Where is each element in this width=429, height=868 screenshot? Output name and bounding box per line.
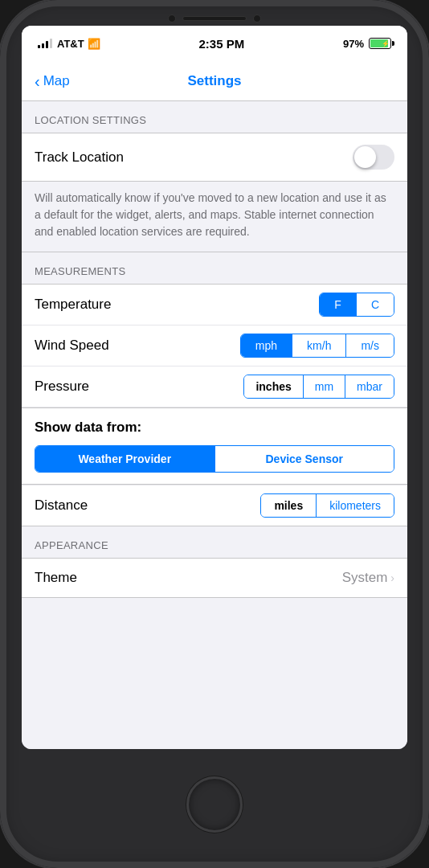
location-settings-group: Track Location xyxy=(22,133,407,182)
track-location-label: Track Location xyxy=(35,149,124,166)
theme-value: System xyxy=(342,570,388,586)
back-button[interactable]: ‹ Map xyxy=(35,73,99,89)
wifi-icon: 📶 xyxy=(88,38,100,50)
wind-speed-option-ms[interactable]: m/s xyxy=(346,334,394,357)
theme-right: System › xyxy=(342,570,394,586)
temperature-segmented-control: F C xyxy=(319,293,394,317)
home-button-area xyxy=(186,749,243,868)
distance-option-kilometers[interactable]: kilometers xyxy=(317,494,394,517)
pressure-option-mm[interactable]: mm xyxy=(304,375,345,398)
signal-bar-3 xyxy=(46,41,48,48)
pressure-row: Pressure inches mm mbar xyxy=(22,366,407,407)
distance-segmented-control: miles kilometers xyxy=(260,493,394,518)
data-source-control: Weather Provider Device Sensor xyxy=(35,445,394,473)
signal-bar-1 xyxy=(38,45,40,48)
status-left: AT&T 📶 xyxy=(38,38,100,50)
carrier-label: AT&T xyxy=(57,38,84,50)
show-data-text: Show data from: xyxy=(35,420,141,435)
page-title: Settings xyxy=(99,73,330,89)
signal-bar-4 xyxy=(50,39,52,48)
sensor-dot xyxy=(253,14,261,23)
track-location-toggle[interactable] xyxy=(353,145,394,170)
bolt-icon: ⚡ xyxy=(382,40,390,47)
pressure-segmented-control: inches mm mbar xyxy=(243,375,394,399)
chevron-right-icon: › xyxy=(390,571,394,584)
wind-speed-option-mph[interactable]: mph xyxy=(241,334,292,357)
track-location-row: Track Location xyxy=(22,133,407,181)
pressure-option-inches[interactable]: inches xyxy=(244,375,303,398)
temperature-row: Temperature F C xyxy=(22,285,407,326)
nav-bar: ‹ Map Settings xyxy=(22,61,407,101)
measurements-section-header: MEASUREMENTS xyxy=(22,252,407,284)
battery-icon: ⚡ xyxy=(369,38,391,49)
status-time: 2:35 PM xyxy=(198,37,244,51)
temperature-option-f[interactable]: F xyxy=(320,293,357,316)
camera-area xyxy=(168,14,261,23)
phone-notch xyxy=(0,0,429,23)
toggle-knob xyxy=(354,146,376,168)
screen: AT&T 📶 2:35 PM 97% ⚡ ‹ Map Settings xyxy=(22,26,407,749)
data-source-weather-provider[interactable]: Weather Provider xyxy=(35,446,215,472)
settings-content: LOCATION SETTINGS Track Location Will au… xyxy=(22,101,407,749)
theme-row[interactable]: Theme System › xyxy=(22,559,407,597)
distance-option-miles[interactable]: miles xyxy=(261,494,317,517)
appearance-section-header: APPEARANCE xyxy=(22,526,407,558)
pressure-option-mbar[interactable]: mbar xyxy=(345,375,394,398)
back-chevron-icon: ‹ xyxy=(35,73,40,89)
signal-bars xyxy=(38,39,52,48)
temperature-label: Temperature xyxy=(35,297,111,313)
wind-speed-segmented-control: mph km/h m/s xyxy=(240,334,394,358)
temperature-option-c[interactable]: C xyxy=(357,293,394,316)
track-location-description: Will automatically know if you've moved … xyxy=(22,182,407,252)
phone-frame: AT&T 📶 2:35 PM 97% ⚡ ‹ Map Settings xyxy=(0,0,429,868)
home-button[interactable] xyxy=(186,776,243,833)
signal-bar-2 xyxy=(42,43,44,48)
wind-speed-row: Wind Speed mph km/h m/s xyxy=(22,326,407,366)
measurements-group: Temperature F C Wind Speed mph km/h m/s xyxy=(22,284,407,526)
wind-speed-option-kmh[interactable]: km/h xyxy=(292,334,346,357)
status-right: 97% ⚡ xyxy=(343,38,391,50)
data-source-device-sensor[interactable]: Device Sensor xyxy=(215,446,394,472)
speaker-bar xyxy=(182,16,247,21)
distance-row: Distance miles kilometers xyxy=(22,485,407,526)
status-bar: AT&T 📶 2:35 PM 97% ⚡ xyxy=(22,26,407,61)
battery-container: ⚡ xyxy=(369,38,391,49)
back-button-label: Map xyxy=(43,73,70,89)
camera-dot xyxy=(168,14,176,23)
show-data-section: Show data from: Weather Provider Device … xyxy=(22,407,407,485)
show-data-label: Show data from: xyxy=(35,420,394,436)
wind-speed-label: Wind Speed xyxy=(35,338,109,354)
appearance-group: Theme System › xyxy=(22,558,407,598)
pressure-label: Pressure xyxy=(35,379,89,395)
location-section-header: LOCATION SETTINGS xyxy=(22,101,407,133)
distance-label: Distance xyxy=(35,497,88,514)
theme-label: Theme xyxy=(35,570,77,586)
battery-percent: 97% xyxy=(343,38,364,50)
